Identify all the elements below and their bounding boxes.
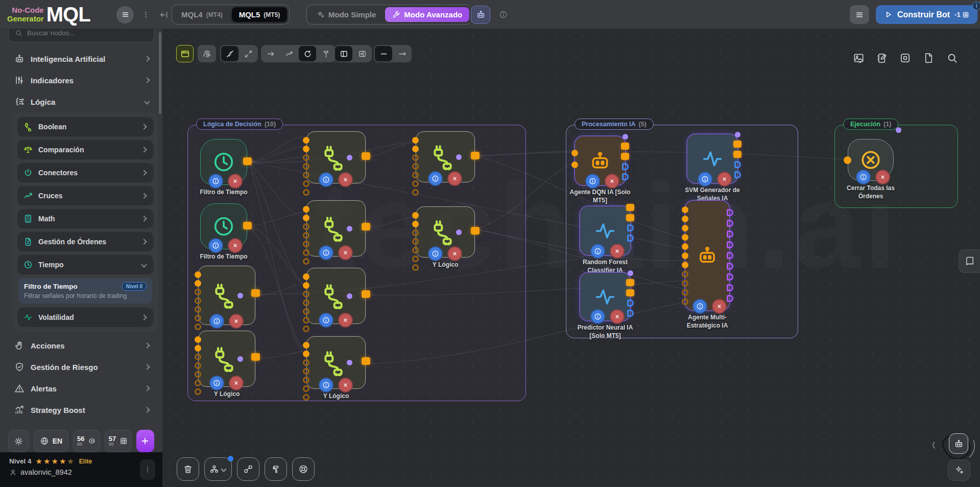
output-port[interactable] — [243, 222, 252, 229]
ai-magic-button[interactable] — [948, 459, 970, 481]
output-ports[interactable] — [626, 270, 634, 317]
corner-port[interactable] — [347, 226, 352, 231]
output-port[interactable] — [362, 357, 370, 365]
output-ports[interactable] — [733, 132, 742, 178]
node-delete-button[interactable] — [605, 174, 619, 189]
credits-counter[interactable]: 5660 — [73, 430, 100, 452]
node-delete-button[interactable] — [229, 376, 244, 390]
output-port[interactable] — [362, 290, 370, 298]
node-info-button[interactable] — [428, 171, 443, 186]
auto-layout-button[interactable] — [204, 457, 232, 481]
sidebar-item-volatilidad[interactable]: Volatilidad — [17, 308, 153, 327]
new-file-button[interactable] — [923, 52, 935, 64]
collapse-nodes-button[interactable] — [221, 46, 238, 61]
input-ports[interactable] — [195, 336, 201, 395]
node-delete-button[interactable] — [447, 246, 462, 261]
plain-line-button[interactable] — [375, 46, 392, 61]
corner-port[interactable] — [237, 293, 243, 298]
sidebar-item-logica[interactable]: Lógica — [3, 91, 159, 112]
node-info-button[interactable] — [698, 172, 712, 187]
output-ports[interactable] — [727, 209, 733, 302]
input-ports[interactable] — [303, 342, 309, 401]
straight-wire-button[interactable] — [262, 46, 279, 61]
output-port[interactable] — [362, 223, 370, 230]
node-delete-button[interactable] — [875, 170, 890, 184]
node-y-logico[interactable] — [306, 268, 366, 324]
node-random-forest[interactable]: Random Forest Classifier IA — [580, 206, 630, 255]
node-delete-button[interactable] — [712, 299, 727, 314]
node-y-logico[interactable] — [306, 200, 366, 257]
output-ports[interactable] — [621, 134, 629, 180]
dot-line-button[interactable] — [393, 46, 411, 61]
corner-port[interactable] — [456, 154, 462, 160]
output-port[interactable] — [362, 152, 370, 160]
node-canvas[interactable]: techain.ai — [162, 29, 980, 487]
sidebar-item-inteligencia-artificial[interactable]: Inteligencia Artificial — [3, 49, 159, 69]
node-y-logico[interactable]: Y Lógico — [306, 336, 366, 389]
sidebar-item-strategy-boost[interactable]: Strategy Boost — [3, 400, 159, 420]
output-ports[interactable] — [626, 204, 634, 242]
node-info-button[interactable] — [208, 174, 223, 189]
node-filtro-de-tiempo-1[interactable]: Filtro de Tiempo — [200, 139, 247, 185]
node-delete-button[interactable] — [229, 314, 244, 329]
sidebar-item-conectores[interactable]: Conectores — [17, 163, 153, 182]
paint-style-button[interactable] — [265, 457, 287, 481]
node-cerrar-todas-ordenes[interactable]: Cerrar Todas las Órdenes — [848, 139, 894, 181]
expand-nodes-button[interactable] — [240, 46, 257, 61]
output-port[interactable] — [471, 227, 480, 235]
build-info-badge[interactable]: i — [972, 2, 980, 10]
record-button[interactable] — [899, 52, 911, 64]
search-input[interactable]: Buscar nodos... — [8, 29, 154, 42]
corner-port[interactable] — [237, 356, 243, 362]
node-agente-multi-estrategico[interactable]: Agente Multi-Estratégico IA — [685, 201, 729, 310]
node-info-button[interactable] — [428, 246, 443, 261]
curved-wire-button[interactable] — [299, 46, 316, 61]
node-delete-button[interactable] — [610, 309, 625, 324]
input-ports[interactable] — [412, 137, 419, 196]
node-delete-button[interactable] — [338, 172, 353, 187]
connect-nodes-button[interactable] — [237, 457, 259, 481]
main-menu-button[interactable] — [850, 5, 869, 24]
node-delete-button[interactable] — [228, 174, 243, 189]
node-info-button[interactable] — [209, 376, 224, 390]
node-agente-dqn[interactable]: Agente DQN IA [Solo MT5] — [575, 136, 625, 185]
tab-modo-simple[interactable]: Modo Simple — [309, 7, 383, 22]
input-ports[interactable] — [682, 206, 688, 305]
node-y-logico[interactable]: Y Lógico — [416, 206, 475, 258]
output-port[interactable] — [251, 353, 260, 361]
node-info-button[interactable] — [209, 314, 224, 329]
node-info-button[interactable] — [319, 172, 333, 187]
input-ports[interactable] — [303, 273, 309, 332]
sidebar-item-indicadores[interactable]: Indicadores — [3, 70, 159, 90]
tab-mql5[interactable]: MQL5 (MT5) — [232, 7, 288, 22]
node-y-logico[interactable] — [198, 266, 255, 325]
sidebar-item-tiempo[interactable]: Tiempo — [17, 255, 153, 274]
output-port[interactable] — [471, 152, 480, 159]
sidebar-item-acciones[interactable]: Acciones — [3, 335, 159, 356]
input-ports[interactable] — [195, 271, 201, 330]
sidebar-item-cruces[interactable]: Cruces — [17, 186, 153, 205]
docs-book-tab[interactable] — [959, 249, 980, 273]
assistant-float-button[interactable] — [949, 433, 968, 454]
group-label[interactable]: Ejecución (1) — [843, 119, 898, 130]
group-label[interactable]: Procesamiento IA (5) — [575, 119, 654, 130]
collapse-sidebar-button[interactable] — [157, 6, 171, 24]
panel-right-button[interactable] — [353, 46, 371, 61]
builds-counter[interactable]: 5760 — [105, 430, 132, 452]
node-info-button[interactable] — [590, 244, 605, 259]
node-delete-button[interactable] — [228, 238, 243, 253]
reset-view-button[interactable] — [292, 457, 315, 481]
sidebar-item-boolean[interactable]: Boolean — [17, 117, 153, 136]
panel-left-button[interactable] — [335, 46, 352, 61]
tab-modo-avanzado[interactable]: Modo Avanzado — [385, 7, 469, 22]
node-card-filtro-de-tiempo[interactable]: Filtro de Tiempo Nivel 0 Filtrar señales… — [18, 278, 152, 304]
zigzag-wire-button[interactable] — [280, 46, 298, 61]
node-delete-button[interactable] — [338, 378, 353, 392]
user-menu-button[interactable] — [140, 459, 155, 480]
node-info-button[interactable] — [319, 378, 333, 392]
info-icon[interactable] — [496, 6, 510, 24]
theme-toggle-button[interactable] — [8, 430, 29, 452]
corner-port[interactable] — [896, 127, 901, 133]
node-y-logico[interactable] — [416, 131, 475, 182]
build-bot-button[interactable]: Construir Bot -1 i — [876, 5, 977, 24]
